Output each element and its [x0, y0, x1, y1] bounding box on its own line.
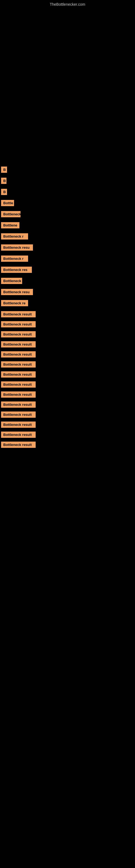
- bottleneck-row-26: Bottleneck result: [0, 430, 135, 440]
- bottleneck-row-3: B: [0, 187, 135, 198]
- bottleneck-label-6[interactable]: Bottlene: [1, 222, 19, 228]
- bottleneck-row-17: Bottleneck result: [0, 340, 135, 350]
- bottleneck-label-3[interactable]: B: [1, 189, 7, 195]
- bottleneck-label-19[interactable]: Bottleneck result: [1, 361, 36, 368]
- bottleneck-label-4[interactable]: Bottle: [1, 200, 14, 206]
- bottleneck-label-2[interactable]: B: [1, 178, 6, 184]
- bottleneck-row-22: Bottleneck result: [0, 390, 135, 400]
- bottleneck-row-13: Bottleneck re: [0, 299, 135, 310]
- bottleneck-label-17[interactable]: Bottleneck result: [1, 341, 36, 347]
- bottleneck-row-20: Bottleneck result: [0, 370, 135, 380]
- bottleneck-row-4: Bottle: [0, 198, 135, 209]
- bottleneck-label-21[interactable]: Bottleneck result: [1, 381, 36, 388]
- bottleneck-label-18[interactable]: Bottleneck result: [1, 351, 36, 358]
- bottleneck-row-9: Bottleneck r: [0, 254, 135, 265]
- bottleneck-label-15[interactable]: Bottleneck result: [1, 321, 36, 328]
- bottleneck-row-19: Bottleneck result: [0, 360, 135, 370]
- bottleneck-label-11[interactable]: Bottleneck: [1, 278, 22, 284]
- bottleneck-row-16: Bottleneck result: [0, 330, 135, 340]
- bottleneck-row-23: Bottleneck result: [0, 400, 135, 410]
- bottleneck-row-21: Bottleneck result: [0, 380, 135, 390]
- site-title: TheBottlenecker.com: [0, 0, 135, 8]
- bottleneck-label-27[interactable]: Bottleneck result: [1, 442, 36, 448]
- bottleneck-label-10[interactable]: Bottleneck res: [1, 267, 32, 273]
- bottleneck-label-23[interactable]: Bottleneck result: [1, 401, 36, 408]
- bottleneck-label-24[interactable]: Bottleneck result: [1, 411, 36, 418]
- bottleneck-row-10: Bottleneck res: [0, 265, 135, 276]
- bottleneck-row-25: Bottleneck result: [0, 420, 135, 430]
- bottleneck-label-14[interactable]: Bottleneck result: [1, 311, 36, 317]
- bottleneck-row-27: Bottleneck result: [0, 440, 135, 450]
- bottleneck-row-2: B: [0, 176, 135, 187]
- bottleneck-row-5: Bottleneck: [0, 209, 135, 220]
- bottleneck-row-7: Bottleneck r: [0, 231, 135, 243]
- bottleneck-label-1[interactable]: B: [1, 166, 7, 173]
- bottleneck-label-16[interactable]: Bottleneck result: [1, 331, 36, 337]
- bottleneck-label-26[interactable]: Bottleneck result: [1, 432, 36, 438]
- bottleneck-label-12[interactable]: Bottleneck resu: [1, 289, 33, 295]
- bottleneck-row-6: Bottlene: [0, 220, 135, 231]
- bottleneck-row-24: Bottleneck result: [0, 410, 135, 420]
- bottleneck-label-13[interactable]: Bottleneck re: [1, 300, 28, 306]
- bottleneck-label-5[interactable]: Bottleneck: [1, 211, 20, 217]
- bottleneck-label-9[interactable]: Bottleneck r: [1, 255, 28, 262]
- bottleneck-label-22[interactable]: Bottleneck result: [1, 392, 36, 398]
- bottleneck-row-12: Bottleneck resu: [0, 287, 135, 299]
- bottleneck-row-15: Bottleneck result: [0, 319, 135, 330]
- bottleneck-label-25[interactable]: Bottleneck result: [1, 422, 36, 428]
- bottleneck-row-1: B: [0, 165, 135, 176]
- bottleneck-row-11: Bottleneck: [0, 276, 135, 287]
- bottleneck-row-8: Bottleneck resu: [0, 243, 135, 254]
- bottleneck-label-8[interactable]: Bottleneck resu: [1, 244, 33, 251]
- bottleneck-row-18: Bottleneck result: [0, 350, 135, 360]
- bottleneck-row-14: Bottleneck result: [0, 310, 135, 319]
- bottleneck-label-7[interactable]: Bottleneck r: [1, 233, 28, 240]
- bottleneck-label-20[interactable]: Bottleneck result: [1, 371, 36, 378]
